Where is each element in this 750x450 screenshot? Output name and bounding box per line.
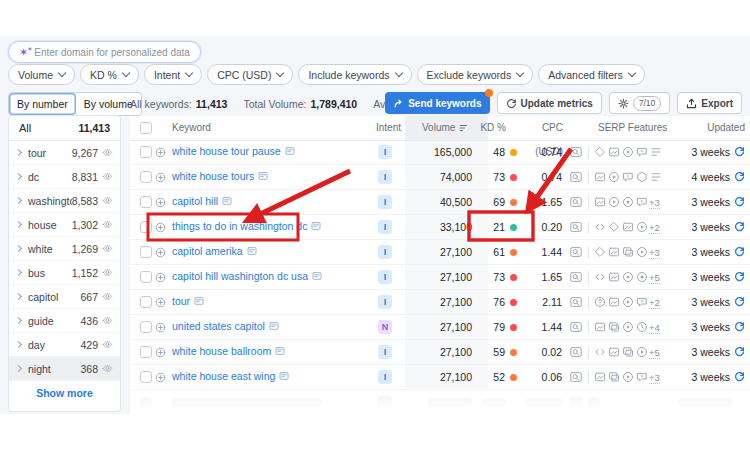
row-checkbox[interactable] xyxy=(140,296,152,308)
eye-icon[interactable] xyxy=(102,291,113,302)
row-checkbox[interactable] xyxy=(140,196,152,208)
update-row-icon[interactable] xyxy=(734,271,745,282)
more-serp-features[interactable]: +3 xyxy=(649,247,660,259)
send-keywords-button[interactable]: Send keywords xyxy=(385,92,489,114)
keyword-link[interactable]: capitol amerika xyxy=(172,245,257,257)
add-keyword-icon[interactable] xyxy=(155,272,166,283)
serp-snapshot-icon[interactable] xyxy=(570,296,582,308)
sidebar-item-guide[interactable]: guide436 xyxy=(9,309,120,333)
serp-snapshot-icon[interactable] xyxy=(570,221,582,233)
filter-volume[interactable]: Volume xyxy=(8,64,75,85)
sidebar-item-all[interactable]: All11,413 xyxy=(9,116,120,141)
eye-icon[interactable] xyxy=(102,219,113,230)
eye-icon[interactable] xyxy=(102,363,113,374)
filter-advanced-filters[interactable]: Advanced filters xyxy=(538,64,645,85)
more-serp-features[interactable]: +3 xyxy=(649,197,660,209)
update-row-icon[interactable] xyxy=(734,296,745,307)
add-keyword-icon[interactable] xyxy=(155,222,166,233)
select-all-checkbox[interactable] xyxy=(140,122,152,134)
row-checkbox[interactable] xyxy=(140,171,152,183)
more-serp-features[interactable]: +3 xyxy=(649,372,660,384)
preview-icon[interactable] xyxy=(311,221,321,231)
sidebar-item-white[interactable]: white1,269 xyxy=(9,237,120,261)
update-metrics-button[interactable]: Update metrics xyxy=(497,92,602,114)
preview-icon[interactable] xyxy=(312,271,322,281)
sidebar-item-washington[interactable]: washington8,583 xyxy=(9,189,120,213)
update-row-icon[interactable] xyxy=(734,146,745,157)
update-row-icon[interactable] xyxy=(734,221,745,232)
sidebar-item-dc[interactable]: dc8,831 xyxy=(9,165,120,189)
preview-icon[interactable] xyxy=(222,196,232,206)
serp-snapshot-icon[interactable] xyxy=(570,171,582,183)
sidebar-item-tour[interactable]: tour9,267 xyxy=(9,141,120,165)
preview-icon[interactable] xyxy=(258,171,268,181)
serp-snapshot-icon[interactable] xyxy=(570,196,582,208)
keyword-link[interactable]: capitol hill xyxy=(172,195,232,207)
serp-snapshot-icon[interactable] xyxy=(570,321,582,333)
column-header-updated[interactable]: Updated xyxy=(690,116,745,140)
export-button[interactable]: Export xyxy=(677,92,742,114)
metrics-quota-button[interactable]: 7/10 xyxy=(609,92,671,114)
update-row-icon[interactable] xyxy=(734,321,745,332)
sidebar-item-night[interactable]: night368 xyxy=(9,357,120,381)
eye-icon[interactable] xyxy=(102,339,113,350)
sidebar-item-capitol[interactable]: capitol667 xyxy=(9,285,120,309)
column-header-cpc[interactable]: CPC (USD) xyxy=(515,116,563,140)
serp-snapshot-icon[interactable] xyxy=(570,146,582,158)
more-serp-features[interactable]: +5 xyxy=(649,272,660,284)
more-serp-features[interactable]: +4 xyxy=(649,322,660,334)
update-row-icon[interactable] xyxy=(734,171,745,182)
filter-exclude-keywords[interactable]: Exclude keywords xyxy=(417,64,534,85)
row-checkbox[interactable] xyxy=(140,271,152,283)
eye-icon[interactable] xyxy=(102,315,113,326)
keyword-link[interactable]: white house tours xyxy=(172,170,268,182)
row-checkbox[interactable] xyxy=(140,371,152,383)
row-checkbox[interactable] xyxy=(140,246,152,258)
update-row-icon[interactable] xyxy=(734,246,745,257)
update-row-icon[interactable] xyxy=(734,196,745,207)
add-keyword-icon[interactable] xyxy=(155,147,166,158)
preview-icon[interactable] xyxy=(275,346,285,356)
column-header-intent[interactable]: Intent xyxy=(376,116,401,140)
preview-icon[interactable] xyxy=(279,371,289,381)
add-keyword-icon[interactable] xyxy=(155,322,166,333)
column-header-volume[interactable]: Volume xyxy=(422,116,469,140)
serp-snapshot-icon[interactable] xyxy=(570,271,582,283)
serp-snapshot-icon[interactable] xyxy=(570,346,582,358)
eye-icon[interactable] xyxy=(102,243,113,254)
keyword-link[interactable]: united states capitol xyxy=(172,320,279,332)
keyword-link[interactable]: things to do in washington dc xyxy=(172,220,321,232)
add-keyword-icon[interactable] xyxy=(155,197,166,208)
keyword-link[interactable]: tour xyxy=(172,295,204,307)
preview-icon[interactable] xyxy=(269,321,279,331)
add-keyword-icon[interactable] xyxy=(155,297,166,308)
more-serp-features[interactable]: +2 xyxy=(649,297,660,309)
add-keyword-icon[interactable] xyxy=(155,172,166,183)
row-checkbox[interactable] xyxy=(140,346,152,358)
domain-input[interactable]: ✶✶ Enter domain for personalized data xyxy=(8,41,201,63)
serp-snapshot-icon[interactable] xyxy=(570,246,582,258)
preview-icon[interactable] xyxy=(285,146,295,156)
eye-icon[interactable] xyxy=(102,195,113,206)
eye-icon[interactable] xyxy=(102,267,113,278)
row-checkbox[interactable] xyxy=(140,146,152,158)
keyword-link[interactable]: white house ballroom xyxy=(172,345,285,357)
more-serp-features[interactable]: +5 xyxy=(649,347,660,359)
more-serp-features[interactable]: +2 xyxy=(649,222,660,234)
eye-icon[interactable] xyxy=(102,171,113,182)
eye-icon[interactable] xyxy=(102,147,113,158)
column-header-kd[interactable]: KD % xyxy=(478,116,506,140)
sidebar-item-day[interactable]: day429 xyxy=(9,333,120,357)
sidebar-item-bus[interactable]: bus1,152 xyxy=(9,261,120,285)
toggle-by-number[interactable]: By number xyxy=(9,93,76,115)
keyword-link[interactable]: white house east wing xyxy=(172,370,289,382)
filter-include-keywords[interactable]: Include keywords xyxy=(298,64,411,85)
filter-intent[interactable]: Intent xyxy=(144,64,202,85)
keyword-link[interactable]: white house tour pause xyxy=(172,145,295,157)
column-header-keyword[interactable]: Keyword xyxy=(172,116,211,140)
column-header-serp[interactable]: SERP Features xyxy=(598,116,667,140)
row-checkbox[interactable] xyxy=(140,321,152,333)
filter-cpc-usd-[interactable]: CPC (USD) xyxy=(207,64,293,85)
update-row-icon[interactable] xyxy=(734,346,745,357)
filter-kd-[interactable]: KD % xyxy=(80,64,139,85)
